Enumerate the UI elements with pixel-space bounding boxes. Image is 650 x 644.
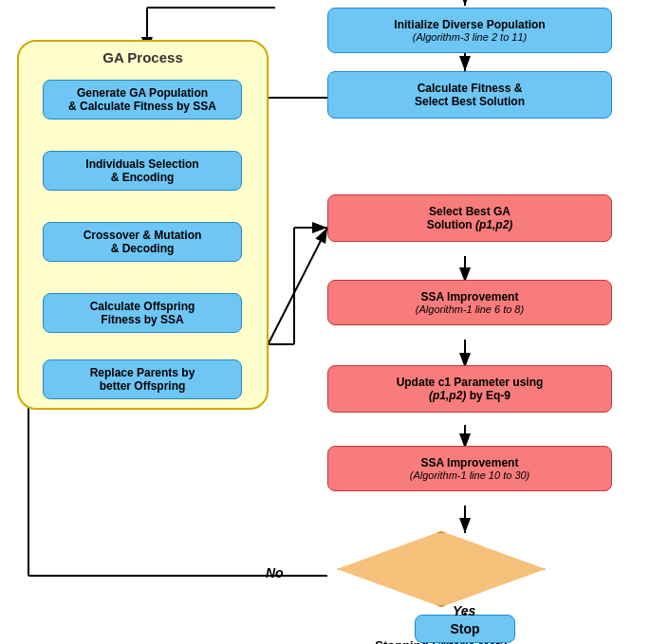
select-best-ga-box: Select Best GASolution (p1,p2) — [327, 194, 612, 242]
label-no: No — [266, 565, 284, 580]
stop-box: Stop — [415, 615, 515, 643]
ga-box-generate-label: Generate GA Population & Calculate Fitne… — [68, 86, 216, 113]
ga-process-title: GA Process — [19, 49, 267, 65]
stopping-criteria-diamond: Stopping Criteria Met? — [337, 531, 546, 607]
label-yes: Yes — [453, 603, 475, 618]
ga-box-generate: Generate GA Population & Calculate Fitne… — [43, 80, 242, 120]
ssa-improve-2-sublabel: (Algorithm-1 line 10 to 30) — [340, 469, 600, 481]
flowchart-diagram: GA Process Generate GA Population & Calc… — [0, 0, 650, 644]
ssa-improve-2-box: SSA Improvement (Algorithm-1 line 10 to … — [327, 446, 612, 491]
ga-box-replace: Replace Parents bybetter Offspring — [43, 359, 242, 399]
calc-fitness-box: Calculate Fitness &Select Best Solution — [327, 71, 612, 119]
ga-process-container: GA Process Generate GA Population & Calc… — [17, 40, 269, 410]
init-pop-box: Initialize Diverse Population (Algorithm… — [327, 8, 612, 53]
ga-box-crossover-label: Crossover & Mutation& Decoding — [84, 229, 202, 255]
update-c1-box: Update c1 Parameter using(p1,p2) by Eq-9 — [327, 365, 612, 413]
ga-box-offspring: Calculate OffspringFitness by SSA — [43, 293, 242, 333]
select-best-ga-label: Select Best GASolution (p1,p2) — [340, 205, 600, 231]
ga-box-individuals-label: Individuals Selection& Encoding — [85, 157, 198, 184]
stop-label: Stop — [450, 621, 479, 636]
ga-box-offspring-label: Calculate OffspringFitness by SSA — [90, 300, 195, 326]
ga-box-individuals: Individuals Selection& Encoding — [43, 151, 242, 191]
ga-box-crossover: Crossover & Mutation& Decoding — [43, 222, 242, 262]
svg-line-9 — [269, 228, 327, 343]
diamond-shape — [337, 531, 546, 607]
ga-box-replace-label: Replace Parents bybetter Offspring — [90, 366, 195, 393]
update-c1-label: Update c1 Parameter using(p1,p2) by Eq-9 — [340, 376, 600, 402]
ssa-improve-1-sublabel: (Algorithm-1 line 6 to 8) — [340, 304, 600, 315]
calc-fitness-label: Calculate Fitness &Select Best Solution — [340, 82, 600, 108]
init-pop-label: Initialize Diverse Population — [340, 18, 600, 31]
ssa-improve-2-label: SSA Improvement — [340, 456, 600, 469]
ssa-improve-1-label: SSA Improvement — [340, 290, 600, 304]
init-pop-sublabel: (Algorithm-3 line 2 to 11) — [340, 31, 600, 43]
ssa-improve-1-box: SSA Improvement (Algorithm-1 line 6 to 8… — [327, 280, 612, 325]
